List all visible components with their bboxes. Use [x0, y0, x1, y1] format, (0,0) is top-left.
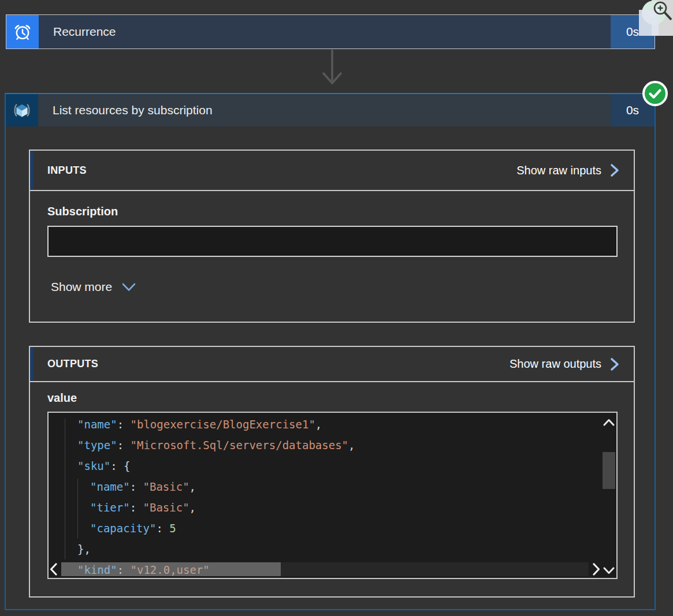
outputs-panel-header: OUTPUTS Show raw outputs	[30, 347, 634, 382]
scroll-up-icon[interactable]	[603, 419, 615, 426]
show-more-label: Show more	[51, 280, 112, 294]
arm-cube-icon	[6, 94, 38, 126]
recurrence-clock-icon	[6, 15, 39, 48]
inputs-panel-header: INPUTS Show raw inputs	[30, 151, 634, 191]
trigger-card-recurrence[interactable]: Recurrence 0s	[6, 14, 655, 49]
action-title: List resources by subscription	[38, 94, 611, 126]
logic-app-run-canvas: Recurrence 0s List resources by subscrip…	[0, 0, 673, 616]
panel-accent-stripe	[30, 347, 34, 381]
action-card-list-resources: List resources by subscription 0s INPUTS…	[5, 93, 656, 610]
outputs-panel: OUTPUTS Show raw outputs value "name": "…	[29, 346, 635, 598]
vertical-scrollbar-thumb[interactable]	[603, 452, 615, 489]
inputs-heading: INPUTS	[47, 165, 87, 177]
chevron-down-icon	[121, 282, 136, 292]
json-output-viewer[interactable]: "name": "blogexercise/BlogExercise1","ty…	[47, 412, 618, 579]
subscription-input[interactable]	[47, 226, 618, 257]
show-raw-outputs-link[interactable]: Show raw outputs	[510, 357, 620, 371]
scroll-left-icon[interactable]	[50, 563, 57, 576]
indent-guide	[77, 479, 78, 539]
chevron-right-icon	[610, 357, 620, 371]
horizontal-scrollbar[interactable]	[49, 561, 601, 578]
outputs-panel-body: value "name": "blogexercise/BlogExercise…	[30, 391, 634, 579]
trigger-title: Recurrence	[39, 15, 611, 48]
chevron-right-icon	[610, 163, 620, 177]
inputs-panel-body: Subscription Show more	[30, 205, 634, 294]
scroll-down-icon[interactable]	[603, 567, 615, 574]
value-label: value	[47, 391, 634, 405]
subscription-label: Subscription	[47, 205, 634, 218]
horizontal-scrollbar-thumb[interactable]	[61, 562, 281, 576]
connector-arrow	[319, 50, 345, 92]
panel-accent-stripe	[30, 151, 34, 190]
show-raw-inputs-label: Show raw inputs	[516, 164, 601, 177]
magnifier-icon	[649, 0, 673, 23]
success-check-icon	[642, 80, 668, 107]
show-more-button[interactable]: Show more	[51, 280, 136, 294]
code-content: "name": "blogexercise/BlogExercise1","ty…	[49, 413, 616, 579]
action-card-header[interactable]: List resources by subscription 0s	[6, 94, 655, 126]
indent-guide	[65, 419, 65, 559]
inputs-panel: INPUTS Show raw inputs Subscription Show…	[29, 150, 635, 323]
outputs-heading: OUTPUTS	[47, 358, 98, 370]
vertical-scrollbar[interactable]	[601, 413, 616, 578]
show-raw-outputs-label: Show raw outputs	[510, 357, 601, 371]
scroll-right-icon[interactable]	[593, 563, 600, 576]
show-raw-inputs-link[interactable]: Show raw inputs	[516, 163, 620, 177]
